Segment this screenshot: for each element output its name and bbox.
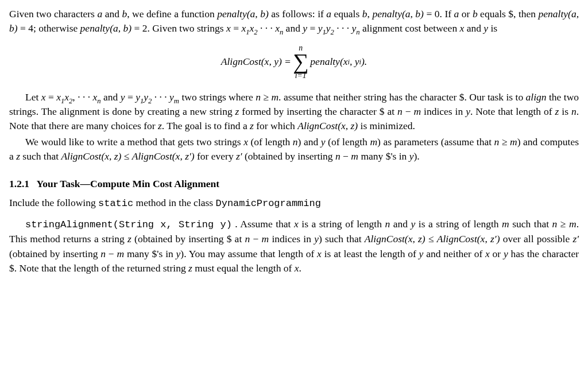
- t: and: [390, 218, 411, 230]
- m: a: [454, 8, 459, 20]
- m: (x, z): [338, 120, 358, 131]
- t: or: [459, 8, 473, 20]
- t: ≥: [499, 136, 510, 148]
- t: method in the class: [133, 197, 215, 208]
- t: indices in: [421, 106, 466, 117]
- t: (obtained by inserting $ at: [131, 233, 245, 244]
- t: indices in: [269, 233, 314, 244]
- t: ). You may assume that length of: [180, 248, 317, 259]
- t: alignment cost between: [360, 22, 460, 34]
- m: n: [385, 218, 390, 230]
- code: DynamicProgramming: [216, 198, 321, 209]
- t: · · ·: [258, 22, 276, 34]
- t: · · ·: [78, 91, 92, 103]
- t: =: [307, 22, 318, 34]
- method-signature: stringAlignment(String x, String y): [25, 219, 232, 230]
- m: y: [466, 106, 470, 117]
- heading-number: 1.2.1: [9, 178, 29, 189]
- m: m: [510, 136, 517, 148]
- m: z: [158, 120, 162, 131]
- t: ≥: [557, 218, 569, 230]
- t: is: [488, 22, 497, 34]
- m: n: [256, 91, 261, 103]
- m: z: [16, 150, 20, 162]
- t: = 0. If: [424, 8, 454, 20]
- eq-rhsfun: penalty: [310, 55, 340, 69]
- m: x: [243, 136, 248, 148]
- t: (obtained by inserting: [9, 248, 100, 259]
- m: a: [326, 8, 331, 20]
- m: x: [56, 91, 61, 103]
- paragraph-definition: Given two characters a and b, we define …: [9, 7, 579, 36]
- m: n: [245, 233, 250, 244]
- m: x: [294, 218, 299, 230]
- t: Given two characters: [9, 8, 97, 20]
- t: is at least the length of: [322, 248, 419, 259]
- t: and: [464, 22, 483, 34]
- sum-lower: i=1: [293, 72, 308, 80]
- m: a: [97, 8, 102, 20]
- t: −: [250, 233, 261, 244]
- t: and: [101, 91, 121, 103]
- eq-rhsarg: (x: [340, 55, 348, 69]
- m: (x, z′): [477, 233, 500, 244]
- paragraph-goal: We would like to write a method that get…: [9, 135, 579, 164]
- m: n: [100, 248, 106, 259]
- m: y: [483, 22, 488, 34]
- t: as follows: if: [269, 8, 327, 20]
- m: m: [117, 248, 124, 259]
- t: such that: [509, 218, 552, 230]
- m: AlignCost: [61, 150, 101, 162]
- t: many $'s in: [358, 150, 409, 162]
- m: (a, b): [402, 8, 424, 20]
- m: (a, b): [110, 22, 131, 34]
- t: equals: [331, 8, 362, 20]
- m: m: [262, 233, 269, 244]
- t: = 4; otherwise: [18, 22, 80, 34]
- eq-rhsarg3: ).: [361, 55, 367, 69]
- m: (x, z′): [172, 150, 195, 162]
- t: (of length: [248, 136, 293, 148]
- t: is a string of length: [415, 218, 502, 230]
- t: =: [231, 22, 242, 34]
- m: z′: [572, 233, 579, 244]
- heading-title: Your Task—Compute Min Cost Alignment: [36, 178, 219, 189]
- m: y: [321, 136, 326, 148]
- t: . Assume that: [232, 218, 294, 230]
- m: y: [326, 22, 331, 34]
- t: is: [559, 106, 571, 117]
- t: and: [283, 22, 303, 34]
- m: (x, z): [101, 150, 121, 162]
- m: y: [303, 22, 307, 34]
- m: penalty: [80, 22, 110, 34]
- sigma-icon: ∑: [293, 52, 308, 72]
- t: . Note that length of: [470, 106, 555, 117]
- t: =: [46, 91, 57, 103]
- m: m: [351, 150, 358, 162]
- t: We would like to write a method that get…: [25, 136, 243, 148]
- m: y: [314, 233, 319, 244]
- t: Let: [25, 91, 41, 103]
- m: AlignCost: [365, 233, 405, 244]
- m: x: [241, 22, 246, 34]
- t: (obtained by inserting: [242, 150, 335, 162]
- t: · · ·: [152, 91, 169, 103]
- t: formed by inserting the character $ at: [239, 106, 397, 117]
- t: such that: [20, 150, 61, 162]
- t: is minimized.: [358, 120, 415, 131]
- m: n: [397, 106, 403, 117]
- t: ) and: [298, 136, 321, 148]
- m: AlignCost: [297, 120, 338, 131]
- t: must equal the length of: [192, 262, 295, 274]
- m: m: [502, 218, 509, 230]
- t: many $'s in: [124, 248, 176, 259]
- m: x: [275, 22, 280, 34]
- m: b: [473, 8, 478, 20]
- m: penalty: [539, 8, 568, 20]
- m: n: [571, 106, 577, 117]
- m: (a, b): [247, 8, 269, 20]
- m: penalty: [217, 8, 247, 20]
- t: for every: [195, 150, 236, 162]
- m: z: [188, 262, 192, 274]
- t: for which: [254, 120, 297, 131]
